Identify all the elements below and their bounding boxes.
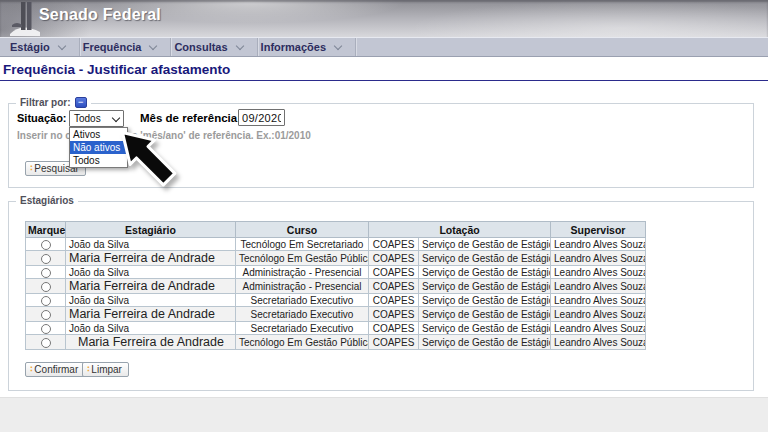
table-row: Maria Ferreira de Andrade Tecnólogo Em G… xyxy=(26,335,646,350)
option-nao-ativos[interactable]: Não ativos xyxy=(70,141,127,154)
button-action-icon xyxy=(87,364,89,374)
table-row: João da Silva Secretariado Executivo COA… xyxy=(26,322,646,335)
senado-building-icon xyxy=(9,1,41,36)
col-estagiario: Estagiário xyxy=(66,222,236,238)
row-radio[interactable] xyxy=(41,282,51,292)
collapse-toggle-icon[interactable]: − xyxy=(75,97,87,108)
estagiarios-legend: Estagiários xyxy=(16,195,78,206)
app-title: Senado Federal xyxy=(39,6,161,24)
menu-item-consultas[interactable]: Consultas xyxy=(172,38,257,56)
table-row: Maria Ferreira de Andrade Administração … xyxy=(26,279,646,294)
main-menu: Estágio Frequência Consultas Informações xyxy=(0,37,768,57)
estagiarios-table: Marque Estagiário Curso Lotação Supervis… xyxy=(25,221,646,350)
select-chevron-icon xyxy=(112,113,120,121)
limpar-button[interactable]: Limpar xyxy=(82,362,129,377)
row-radio[interactable] xyxy=(41,296,51,306)
option-ativos[interactable]: Ativos xyxy=(70,128,127,141)
menu-item-frequencia[interactable]: Frequência xyxy=(81,38,172,56)
chevron-down-icon xyxy=(149,41,157,49)
row-radio[interactable] xyxy=(41,310,51,320)
situacao-label: Situação: xyxy=(17,112,67,124)
row-radio[interactable] xyxy=(41,268,51,278)
row-radio[interactable] xyxy=(41,254,51,264)
col-lotacao: Lotação xyxy=(369,222,551,238)
table-row: João da Silva Administração - Presencial… xyxy=(26,266,646,279)
row-radio[interactable] xyxy=(41,240,51,250)
chevron-down-icon xyxy=(334,41,342,49)
app-header: Senado Federal xyxy=(0,0,768,37)
col-supervisor: Supervisor xyxy=(551,222,646,238)
page: Senado Federal Estágio Frequência Consul… xyxy=(0,0,768,432)
page-title: Frequência - Justificar afastamento xyxy=(0,62,768,81)
row-radio[interactable] xyxy=(41,338,51,348)
menu-item-informacoes[interactable]: Informações xyxy=(259,38,356,56)
chevron-down-icon xyxy=(57,41,65,49)
situacao-dropdown-list: Ativos Não ativos Todos xyxy=(69,127,128,168)
col-curso: Curso xyxy=(236,222,369,238)
mes-referencia-hint: Inserir no campo acima o 'mês/ano' de re… xyxy=(17,130,311,141)
menu-item-estagio[interactable]: Estágio xyxy=(8,38,80,56)
situacao-select[interactable]: Todos xyxy=(69,110,124,127)
situacao-selected-value: Todos xyxy=(74,113,101,124)
table-row: João da Silva Secretariado Executivo COA… xyxy=(26,294,646,307)
page-bottom-area xyxy=(0,397,768,432)
button-action-icon xyxy=(30,163,32,173)
table-row: João da Silva Tecnólogo Em Secretariado … xyxy=(26,238,646,251)
col-marque: Marque xyxy=(26,222,66,238)
mes-referencia-label: Mês de referência: xyxy=(140,112,241,124)
confirmar-button[interactable]: Confirmar xyxy=(25,362,85,377)
filter-legend: Filtrar por: − xyxy=(16,97,91,108)
chevron-down-icon xyxy=(235,41,243,49)
option-todos[interactable]: Todos xyxy=(70,154,127,167)
button-action-icon xyxy=(30,364,32,374)
table-row: Maria Ferreira de Andrade Secretariado E… xyxy=(26,307,646,322)
row-radio[interactable] xyxy=(41,324,51,334)
table-header-row: Marque Estagiário Curso Lotação Supervis… xyxy=(26,222,646,238)
table-row: Maria Ferreira de Andrade Tecnólogo Em G… xyxy=(26,251,646,266)
mes-referencia-input[interactable] xyxy=(238,109,285,126)
